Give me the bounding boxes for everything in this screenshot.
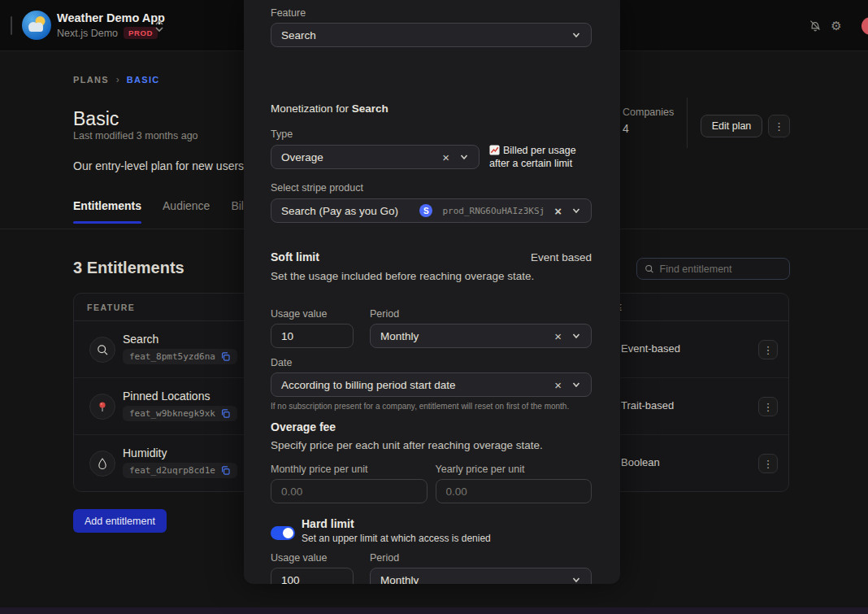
settings-button[interactable]: ⚙ — [829, 19, 844, 33]
feature-type: Event-based — [621, 342, 680, 355]
copy-icon[interactable] — [220, 465, 231, 476]
edit-plan-button[interactable]: Edit plan — [701, 115, 762, 137]
feature-field-group: Feature Search — [271, 7, 592, 47]
soft-limit-description: Set the usage included before reaching o… — [271, 270, 592, 282]
plan-tabs: Entitlements Audience Billing — [73, 199, 262, 224]
clear-icon[interactable]: × — [554, 379, 562, 391]
yearly-price-label: Yearly price per unit — [436, 464, 592, 475]
hard-limit-title: Hard limit — [302, 517, 592, 530]
monthly-price-group: Monthly price per unit — [271, 464, 427, 503]
companies-label: Companies — [623, 107, 674, 118]
add-entitlement-button[interactable]: Add entitlement — [73, 509, 167, 533]
breadcrumb: PLANS › BASIC — [73, 74, 160, 85]
soft-limit-fields: Usage value Period Monthly × — [271, 308, 592, 348]
period-select-value: Monthly — [380, 330, 419, 342]
app-subtitle-row: Next.js Demo PROD — [57, 27, 158, 39]
hard-usage-value-input[interactable] — [271, 568, 354, 584]
hard-limit-toggle[interactable] — [271, 526, 295, 540]
chevron-down-icon — [571, 380, 581, 390]
stripe-product-value: Search (Pay as you Go) — [281, 205, 398, 217]
app-switcher-button[interactable] — [154, 18, 167, 34]
weather-logo-icon — [22, 11, 51, 40]
tab-audience-label: Audience — [163, 199, 210, 212]
date-field-group: Date According to billing period start d… — [271, 357, 592, 411]
hard-period-select[interactable]: Monthly — [370, 568, 592, 584]
chevron-down-icon — [571, 206, 581, 216]
header-divider — [11, 16, 12, 35]
kebab-icon: ⋮ — [763, 401, 774, 413]
tab-audience[interactable]: Audience — [163, 199, 210, 224]
feature-icon-wrap — [89, 394, 115, 420]
feature-select[interactable]: Search — [271, 23, 592, 47]
feature-name: Humidity — [123, 446, 167, 459]
clear-icon[interactable]: × — [554, 205, 562, 217]
magnifier-icon — [96, 343, 109, 356]
toggle-knob — [283, 528, 293, 538]
feature-code-chip[interactable]: feat_8pmt5yzd6na — [123, 349, 237, 364]
stripe-product-label: Select stripe product — [271, 182, 592, 194]
monetization-title: Monetization for Search — [271, 102, 592, 115]
app-logo — [22, 11, 51, 40]
hard-limit-description: Set an upper limit at which access is de… — [302, 533, 592, 544]
feature-code-chip[interactable]: feat_d2uqrp8cd1e — [123, 463, 237, 478]
breadcrumb-basic: BASIC — [127, 75, 160, 85]
period-group: Period Monthly — [370, 552, 592, 584]
feature-label: Feature — [271, 7, 592, 19]
gear-icon: ⚙ — [831, 19, 841, 33]
usage-value-group: Usage value — [271, 308, 354, 348]
kebab-icon: ⋮ — [763, 458, 774, 470]
period-group: Period Monthly × — [370, 308, 592, 348]
stripe-product-select[interactable]: Search (Pay as you Go) S prod_RNG6OuHAIz… — [271, 198, 592, 223]
chevron-right-icon: › — [116, 74, 119, 85]
companies-count: 4 — [623, 122, 629, 135]
breadcrumb-plans[interactable]: PLANS — [73, 75, 109, 85]
period-select[interactable]: Monthly × — [370, 324, 592, 348]
feature-type: Boolean — [621, 456, 660, 468]
notifications-muted-button[interactable] — [808, 19, 822, 33]
avatar[interactable] — [861, 17, 868, 35]
yearly-price-input[interactable] — [436, 479, 592, 503]
usage-value-input[interactable] — [271, 324, 354, 348]
kebab-icon: ⋮ — [763, 344, 774, 356]
type-select-value: Overage — [281, 151, 323, 163]
find-entitlement-search[interactable] — [636, 258, 790, 280]
plan-menu-button[interactable]: ⋮ — [768, 115, 790, 137]
stripe-field-group: Select stripe product Search (Pay as you… — [271, 182, 592, 223]
chevron-down-icon — [571, 30, 581, 40]
search-input[interactable] — [660, 263, 782, 275]
type-label: Type — [271, 128, 592, 140]
soft-limit-header: Soft limit Event based — [271, 250, 592, 263]
row-menu-button[interactable]: ⋮ — [758, 340, 778, 359]
feature-icon-wrap — [89, 337, 115, 363]
clear-icon[interactable]: × — [442, 151, 449, 163]
usage-value-label: Usage value — [271, 308, 354, 320]
date-select[interactable]: According to billing period start date × — [271, 372, 592, 397]
usage-value-label: Usage value — [271, 552, 354, 564]
entitlements-heading: 3 Entitlements — [73, 259, 184, 277]
period-label: Period — [370, 552, 592, 564]
feature-name: Pinned Locations — [123, 390, 210, 403]
row-menu-button[interactable]: ⋮ — [758, 454, 778, 473]
monthly-price-input[interactable] — [271, 479, 427, 503]
hard-limit-fields: Usage value Period Monthly — [271, 552, 592, 584]
usage-value-group: Usage value — [271, 552, 354, 584]
app-subtitle: Next.js Demo — [57, 28, 118, 39]
overage-fee-fields: Monthly price per unit Yearly price per … — [271, 464, 592, 503]
feature-code-chip[interactable]: feat_w9bknegk9xk — [123, 406, 237, 421]
copy-icon[interactable] — [220, 408, 231, 419]
chevron-down-icon — [571, 575, 581, 584]
yearly-price-group: Yearly price per unit — [436, 464, 592, 503]
type-select[interactable]: Overage × — [271, 145, 480, 169]
billed-note-text: Billed per usage after a certain limit — [489, 145, 576, 169]
kebab-icon: ⋮ — [774, 120, 784, 133]
event-based-badge: Event based — [531, 251, 592, 263]
clear-icon[interactable]: × — [554, 330, 562, 342]
feature-code: feat_d2uqrp8cd1e — [129, 465, 215, 476]
tab-entitlements[interactable]: Entitlements — [73, 199, 141, 224]
overage-fee-description: Specify price per each unit after reachi… — [271, 439, 592, 451]
copy-icon[interactable] — [220, 351, 231, 362]
chevron-up-down-icon — [154, 18, 165, 34]
pin-icon — [96, 400, 109, 413]
row-menu-button[interactable]: ⋮ — [758, 397, 778, 416]
feature-type: Trait-based — [621, 399, 674, 412]
